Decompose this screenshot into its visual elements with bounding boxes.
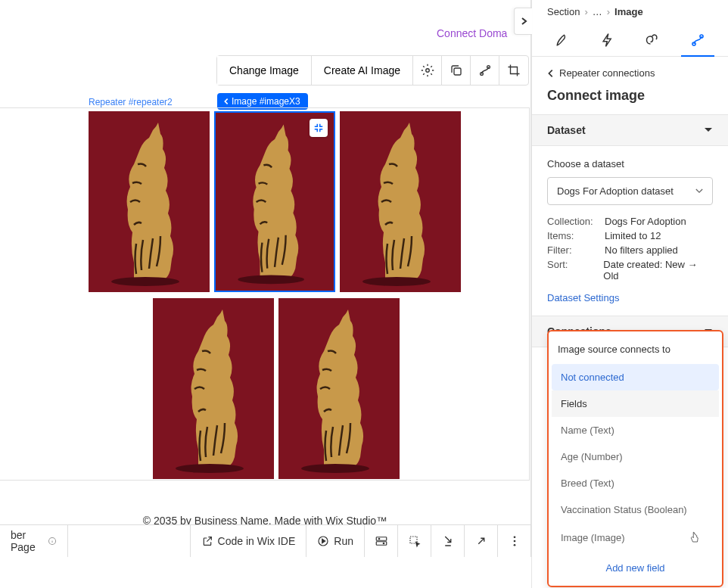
image-grid-row1	[89, 111, 474, 292]
inspector-panel: Section › … › Image Repeater connections…	[531, 0, 728, 588]
collapse-handle-icon[interactable]	[310, 119, 328, 137]
option-field-image-label: Image (Image)	[561, 532, 625, 543]
meta-sort: Sort:Date created: New → Old	[547, 259, 713, 282]
svg-point-13	[301, 464, 369, 473]
svg-rect-1	[454, 68, 461, 75]
dataset-header-label: Dataset	[547, 124, 586, 136]
tab-animation-icon[interactable]	[585, 23, 630, 56]
cursor-pointer-icon	[689, 530, 701, 544]
panel-back-button[interactable]: Repeater connections	[532, 57, 728, 85]
meta-items: Items:Limited to 12	[547, 230, 713, 241]
option-field-name[interactable]: Name (Text)	[552, 417, 719, 443]
page-indicator[interactable]: ber Page	[0, 525, 68, 557]
find-replace-icon[interactable]	[365, 525, 398, 557]
svg-point-21	[513, 536, 515, 538]
more-icon[interactable]	[498, 525, 531, 557]
meta-collection: Collection:Dogs For Adoption	[547, 216, 713, 227]
breadcrumb-ellipsis[interactable]: …	[593, 6, 602, 17]
settings-icon[interactable]	[413, 56, 442, 85]
panel-tabs	[532, 23, 728, 57]
repeater-item-4[interactable]	[153, 298, 274, 479]
chevron-down-icon	[695, 188, 703, 194]
panel-back-label: Repeater connections	[559, 67, 655, 79]
breadcrumb-sep: ›	[607, 6, 610, 17]
external-link-icon	[201, 535, 213, 547]
panel-collapse-tab[interactable]	[514, 8, 532, 35]
image-label-text: Image #imageX3	[232, 96, 300, 107]
svg-point-5	[111, 277, 179, 286]
tab-interactions-icon[interactable]	[630, 23, 676, 56]
svg-point-19	[383, 543, 384, 544]
add-new-field-link[interactable]: Add new field	[552, 552, 719, 575]
breadcrumb-section[interactable]: Section	[547, 6, 580, 17]
panel-title: Connect image	[532, 85, 728, 114]
svg-point-0	[425, 69, 429, 73]
tab-design-icon[interactable]	[540, 23, 585, 56]
crop-icon[interactable]	[499, 56, 528, 85]
run-label: Run	[334, 535, 353, 547]
svg-point-9	[362, 277, 431, 286]
dataset-select[interactable]: Dogs For Adoption dataset	[547, 177, 713, 205]
run-button[interactable]: Run	[306, 525, 365, 557]
repeater-label[interactable]: Repeater #repeater2	[89, 97, 173, 107]
copy-icon[interactable]	[442, 56, 471, 85]
dataset-section-header[interactable]: Dataset	[532, 114, 728, 146]
repeater-item-1[interactable]	[89, 111, 210, 292]
image-grid-row2	[153, 298, 400, 479]
canvas-area: Connect Doma Change Image Create AI Imag…	[0, 0, 531, 556]
option-not-connected[interactable]: Not connected	[552, 364, 719, 390]
option-field-age[interactable]: Age (Number)	[552, 443, 719, 470]
repeater-item-3[interactable]	[340, 111, 461, 292]
connect-icon[interactable]	[471, 56, 499, 85]
selector-icon[interactable]	[398, 525, 431, 557]
svg-rect-16	[376, 537, 387, 540]
bottom-bar: ber Page Code in Wix IDE Run	[0, 524, 531, 556]
expand-down-icon[interactable]	[431, 525, 465, 557]
breadcrumb: Section › … › Image	[532, 0, 728, 23]
breadcrumb-current: Image	[614, 6, 643, 17]
breadcrumb-sep: ›	[584, 6, 587, 17]
option-field-breed[interactable]: Breed (Text)	[552, 470, 719, 496]
expand-up-icon[interactable]	[465, 525, 498, 557]
connects-to-label: Image source connects to	[552, 334, 719, 364]
connects-to-dropdown: Image source connects to Not connected F…	[547, 330, 723, 587]
repeater-item-2[interactable]	[214, 111, 335, 292]
tab-connect-icon[interactable]	[675, 23, 720, 56]
play-icon	[317, 535, 329, 547]
bottom-spacer	[68, 525, 191, 557]
connect-domain-link[interactable]: Connect Doma	[437, 27, 507, 39]
repeater-item-5[interactable]	[278, 298, 400, 479]
dataset-settings-link[interactable]: Dataset Settings	[547, 292, 619, 303]
svg-point-7	[238, 275, 304, 285]
page-name: ber Page	[11, 529, 43, 553]
svg-point-23	[513, 543, 515, 546]
meta-filter: Filter:No filters applied	[547, 244, 713, 256]
svg-point-22	[513, 540, 515, 542]
choose-dataset-label: Choose a dataset	[547, 158, 713, 170]
change-image-button[interactable]: Change Image	[217, 56, 312, 85]
chevron-down-icon	[704, 127, 713, 133]
element-toolbar: Change Image Create AI Image	[216, 55, 529, 86]
svg-rect-17	[376, 541, 387, 545]
dataset-body: Choose a dataset Dogs For Adoption datas…	[532, 146, 728, 316]
code-in-ide-button[interactable]: Code in Wix IDE	[191, 525, 307, 557]
fields-group-header: Fields	[552, 390, 719, 417]
dataset-select-value: Dogs For Adoption dataset	[557, 185, 674, 197]
info-icon	[48, 535, 57, 547]
option-field-vaccination[interactable]: Vaccination Status (Boolean)	[552, 496, 719, 523]
create-ai-image-button[interactable]: Create AI Image	[312, 56, 413, 85]
option-field-image[interactable]: Image (Image)	[552, 523, 719, 552]
svg-point-18	[378, 538, 380, 540]
code-ide-label: Code in Wix IDE	[218, 535, 296, 547]
svg-point-11	[176, 464, 244, 473]
